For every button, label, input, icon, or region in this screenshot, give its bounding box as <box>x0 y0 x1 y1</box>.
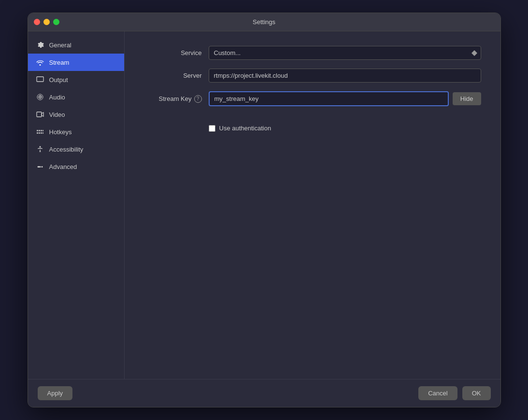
wifi-icon <box>36 58 44 67</box>
server-label: Server <box>144 72 202 79</box>
svg-rect-12 <box>43 132 43 134</box>
apply-button[interactable]: Apply <box>38 386 73 400</box>
stream-key-label: Stream Key ? <box>144 95 202 103</box>
svg-rect-7 <box>41 130 42 131</box>
svg-point-13 <box>39 146 41 148</box>
sidebar-item-general-label: General <box>49 42 71 49</box>
sidebar-item-audio[interactable]: Audio <box>28 88 124 106</box>
stream-key-wrapper: Hide <box>209 91 481 106</box>
svg-rect-11 <box>43 130 43 131</box>
sidebar-item-audio-label: Audio <box>49 94 65 101</box>
footer-right: Cancel OK <box>418 386 490 400</box>
svg-rect-0 <box>37 77 43 82</box>
stream-key-row: Stream Key ? Hide <box>144 91 481 106</box>
svg-point-14 <box>39 166 41 168</box>
sidebar-item-general[interactable]: General <box>28 36 124 54</box>
accessibility-icon <box>36 145 44 154</box>
sidebar-item-accessibility-label: Accessibility <box>49 146 84 153</box>
svg-rect-10 <box>41 132 42 134</box>
sidebar-item-output[interactable]: Output <box>28 71 124 88</box>
window-controls <box>34 19 59 25</box>
output-icon <box>36 75 44 84</box>
footer: Apply Cancel OK <box>28 379 500 407</box>
sidebar-item-hotkeys[interactable]: Hotkeys <box>28 123 124 140</box>
titlebar: Settings <box>28 13 500 31</box>
use-auth-label: Use authentication <box>219 125 271 132</box>
sidebar-item-advanced-label: Advanced <box>49 163 77 170</box>
service-row: Service Custom... <box>144 46 481 60</box>
sidebar-item-stream[interactable]: Stream <box>28 54 124 71</box>
stream-key-input[interactable] <box>209 91 449 106</box>
sidebar-item-video[interactable]: Video <box>28 106 124 123</box>
sidebar-item-hotkeys-label: Hotkeys <box>49 128 72 136</box>
video-icon <box>36 110 44 119</box>
use-auth-row: Use authentication <box>209 125 481 132</box>
stream-key-help-icon[interactable]: ? <box>194 95 202 103</box>
sidebar-item-advanced[interactable]: Advanced <box>28 158 124 175</box>
advanced-icon <box>36 162 44 171</box>
close-button[interactable] <box>34 19 40 25</box>
service-control: Custom... <box>209 46 481 60</box>
footer-left: Apply <box>38 386 419 400</box>
server-control <box>209 69 481 83</box>
sidebar-item-stream-label: Stream <box>49 59 70 66</box>
audio-icon <box>36 93 44 101</box>
minimize-button[interactable] <box>43 19 50 25</box>
service-select[interactable]: Custom... <box>209 46 481 60</box>
sidebar-item-accessibility[interactable]: Accessibility <box>28 140 124 158</box>
settings-window: Settings General Stream Output <box>28 13 501 407</box>
cancel-button[interactable]: Cancel <box>418 386 457 400</box>
svg-rect-9 <box>39 132 40 134</box>
main-panel: Service Custom... Server <box>125 31 500 379</box>
svg-rect-4 <box>37 112 42 117</box>
server-input[interactable] <box>209 69 481 83</box>
ok-button[interactable]: OK <box>462 386 491 400</box>
maximize-button[interactable] <box>53 19 59 25</box>
service-select-wrapper: Custom... <box>209 46 481 60</box>
window-title: Settings <box>253 18 275 26</box>
use-auth-checkbox[interactable] <box>209 125 215 132</box>
svg-rect-6 <box>39 130 40 131</box>
server-row: Server <box>144 69 481 83</box>
service-label: Service <box>144 49 202 56</box>
svg-point-3 <box>39 97 40 98</box>
stream-key-control: Hide <box>209 91 481 106</box>
content-area: General Stream Output Audio <box>28 31 500 379</box>
hide-button[interactable]: Hide <box>453 92 481 105</box>
svg-rect-5 <box>37 130 38 131</box>
sidebar-item-video-label: Video <box>49 111 65 118</box>
svg-rect-8 <box>37 132 38 134</box>
sidebar-item-output-label: Output <box>49 76 68 84</box>
hotkeys-icon <box>36 127 44 136</box>
gear-icon <box>36 41 44 49</box>
sidebar: General Stream Output Audio <box>28 31 125 379</box>
